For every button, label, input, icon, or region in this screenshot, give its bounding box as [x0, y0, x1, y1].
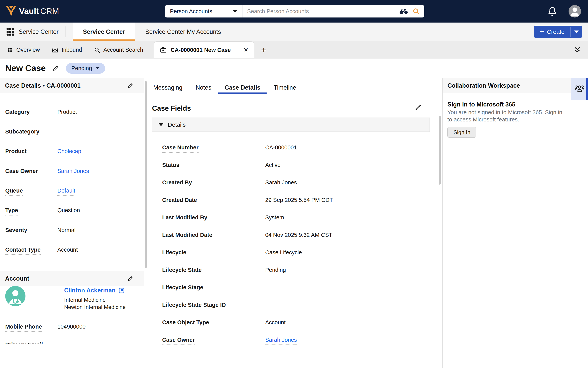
edit-case-details-button[interactable]: [127, 83, 133, 89]
account-section-title: Account: [5, 275, 29, 282]
create-button[interactable]: + Create: [534, 26, 570, 38]
divider: [66, 27, 66, 37]
field-value: CA-0000001: [265, 144, 297, 151]
collapse-tabs-button[interactable]: [573, 41, 588, 58]
account-avatar: [5, 286, 26, 306]
account-name: Clinton Ackerman: [64, 287, 115, 294]
field-label: Mobile Phone: [5, 323, 42, 332]
queue-link[interactable]: Default: [57, 187, 75, 196]
field-value: Normal: [57, 227, 76, 233]
clipped-link-fragment: [105, 344, 110, 344]
tab-overview-label: Overview: [16, 47, 40, 53]
case-main-panel: Messaging Notes Case Details Timeline Ca…: [147, 78, 443, 368]
waffle-grid-icon: [6, 28, 15, 36]
tab-account-search[interactable]: Account Search: [88, 41, 149, 58]
account-name-link[interactable]: Clinton Ackerman: [64, 287, 125, 294]
account-section-header: Account: [0, 271, 144, 286]
field-label: Case Number: [162, 144, 199, 153]
chevron-down-icon: [574, 30, 579, 33]
tab-overview[interactable]: Overview: [0, 41, 46, 58]
right-side-rail: [571, 78, 588, 368]
create-split-button: + Create: [534, 26, 582, 38]
collaboration-rail-button[interactable]: [571, 78, 588, 100]
field-label: Lifecycle: [162, 249, 186, 256]
tab-timeline[interactable]: Timeline: [272, 78, 297, 97]
create-button-label: Create: [547, 28, 564, 35]
left-panel-scrollbar: [144, 78, 147, 344]
app-tab-bar: Service Center Service Center Service Ce…: [0, 23, 588, 41]
search-input[interactable]: [242, 8, 399, 15]
field-value: Question: [57, 207, 80, 213]
product-link[interactable]: Cholecap: [57, 148, 81, 156]
binoculars-icon[interactable]: [399, 8, 408, 15]
field-value: System: [265, 214, 284, 221]
field-label: Severity: [5, 227, 27, 235]
edit-case-fields-button[interactable]: [415, 104, 422, 111]
app-launcher[interactable]: Service Center: [0, 23, 66, 41]
search-submit-icon[interactable]: [412, 7, 420, 15]
pencil-icon: [52, 65, 59, 72]
edit-account-button[interactable]: [127, 276, 133, 282]
field-value: 29 Sep 2025 5:54 PM CDT: [265, 197, 333, 203]
tab-inbound[interactable]: Inbound: [46, 41, 88, 58]
tab-messaging[interactable]: Messaging: [152, 78, 184, 97]
details-accordion-header[interactable]: Details: [152, 118, 430, 132]
field-label: Subcategory: [5, 129, 39, 135]
collaboration-workspace-title: Collaboration Workspace: [447, 82, 520, 89]
field-label: Category: [5, 109, 30, 115]
field-label: Primary Email: [5, 341, 43, 344]
global-search-bar: Person Accounts: [165, 5, 424, 18]
page-title: New Case: [5, 63, 46, 73]
status-badge-label: Pending: [71, 65, 92, 72]
field-value: Sarah Jones: [265, 179, 297, 186]
status-badge[interactable]: Pending: [66, 63, 105, 74]
field-label: Type: [5, 207, 18, 215]
field-label: Lifecycle State: [162, 267, 202, 273]
brand-bold: Vault: [19, 7, 39, 16]
create-dropdown-button[interactable]: [570, 26, 582, 38]
field-label: Lifecycle Stage: [162, 284, 203, 291]
field-label: Case Owner: [162, 337, 195, 345]
brand-light: CRM: [40, 7, 59, 16]
account-organization: Newton Internal Medicine: [64, 304, 126, 310]
close-icon[interactable]: ✕: [243, 47, 248, 53]
edit-title-button[interactable]: [52, 65, 59, 72]
collaboration-workspace-header: Collaboration Workspace: [443, 78, 571, 93]
field-label: Last Modified By: [162, 214, 207, 221]
notifications-bell-icon[interactable]: [547, 6, 557, 16]
case-details-panel-title: Case Details • CA-0000001: [5, 82, 80, 89]
app-tab-service-center[interactable]: Service Center: [73, 23, 135, 41]
field-value: Product: [57, 109, 77, 115]
collaboration-workspace-panel: Collaboration Workspace Sign In to Micro…: [443, 78, 588, 368]
account-specialty: Internal Medicine: [64, 297, 105, 303]
chevron-down-icon: [96, 67, 100, 69]
field-value: Case Lifecycle: [265, 249, 302, 256]
field-label: Case Owner: [5, 168, 38, 176]
field-label: Contact Type: [5, 247, 41, 255]
case-owner-link[interactable]: Sarah Jones: [57, 168, 89, 176]
scrollbar-thumb[interactable]: [145, 81, 147, 268]
field-label: Case Object Type: [162, 319, 209, 326]
scrollbar-thumb[interactable]: [439, 116, 441, 184]
field-label: Status: [162, 162, 180, 168]
case-owner-link[interactable]: Sarah Jones: [265, 337, 297, 345]
user-avatar[interactable]: [569, 5, 581, 18]
sign-in-button[interactable]: Sign In: [447, 127, 476, 138]
search-scope-select[interactable]: Person Accounts: [165, 5, 242, 18]
content-area: Case Details • CA-0000001 Category Produ…: [0, 78, 588, 368]
tab-notes[interactable]: Notes: [194, 78, 213, 97]
inbound-tray-icon: [52, 46, 58, 54]
briefcase-icon: [160, 46, 167, 54]
search-icon: [94, 47, 100, 53]
field-label: Created By: [162, 179, 192, 186]
add-tab-button[interactable]: +: [254, 41, 273, 58]
pencil-icon: [415, 104, 422, 111]
case-details-panel: Case Details • CA-0000001 Category Produ…: [0, 78, 147, 368]
plus-icon: +: [540, 28, 544, 35]
app-tab-service-center-my-accounts[interactable]: Service Center My Accounts: [135, 23, 231, 41]
pencil-icon: [127, 83, 133, 89]
tab-case-details[interactable]: Case Details: [223, 78, 262, 97]
tab-case-ca-0000001[interactable]: CA-0000001 New Case ✕: [154, 41, 254, 58]
field-value: 04 Nov 2025 9:32 AM CST: [265, 232, 332, 238]
case-details-scroll-area: Category Product Subcategory Product Cho…: [0, 93, 144, 344]
